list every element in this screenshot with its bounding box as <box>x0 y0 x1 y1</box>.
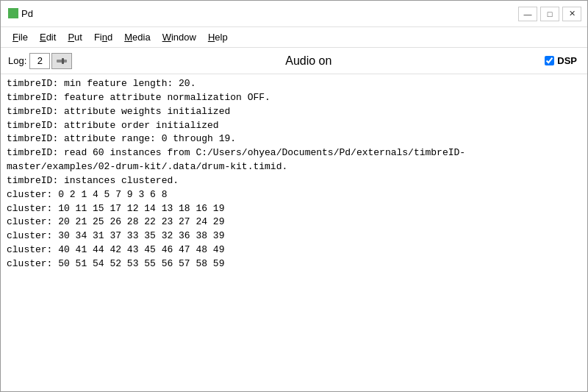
close-button[interactable]: ✕ <box>562 7 581 21</box>
menu-edit[interactable]: Edit <box>34 29 62 45</box>
menu-find[interactable]: Find <box>88 29 118 45</box>
log-line: cluster: 20 21 25 26 28 22 23 27 24 29 <box>7 215 573 229</box>
menu-window[interactable]: Window <box>157 29 202 45</box>
log-line: cluster: 30 34 31 37 33 35 32 36 38 39 <box>7 229 573 243</box>
main-window: Pd — □ ✕ File Edit Put Find Media Window… <box>0 0 588 392</box>
log-line: cluster: 10 11 15 17 12 14 13 18 16 19 <box>7 202 573 216</box>
log-line: cluster: 40 41 44 42 43 45 46 47 48 49 <box>7 243 573 257</box>
title-bar: Pd — □ ✕ <box>1 1 587 27</box>
dsp-label: DSP <box>557 55 577 66</box>
svg-rect-1 <box>62 58 64 64</box>
log-area: timbreID: min feature length: 20.timbreI… <box>1 74 587 391</box>
title-bar-controls: — □ ✕ <box>518 7 581 21</box>
audio-on-label: Audio on <box>72 54 545 68</box>
log-line: timbreID: feature attribute normalizatio… <box>7 91 573 105</box>
log-line: cluster: 0 2 1 4 5 7 9 3 6 8 <box>7 188 573 202</box>
log-slider-button[interactable] <box>51 53 72 69</box>
menu-help[interactable]: Help <box>202 29 234 45</box>
minimize-button[interactable]: — <box>518 7 537 21</box>
app-icon <box>7 7 21 21</box>
menu-media[interactable]: Media <box>118 29 156 45</box>
log-content[interactable]: timbreID: min feature length: 20.timbreI… <box>1 74 587 391</box>
slider-icon <box>56 57 68 65</box>
maximize-button[interactable]: □ <box>540 7 559 21</box>
menu-put[interactable]: Put <box>62 29 88 45</box>
log-line: master/examples/02-drum-kit/.data/drum-k… <box>7 160 573 174</box>
log-line: timbreID: attribute weights initialized <box>7 105 573 119</box>
log-line: timbreID: attribute range: 0 through 19. <box>7 132 573 146</box>
menu-bar: File Edit Put Find Media Window Help <box>1 27 587 48</box>
dsp-checkbox[interactable] <box>545 56 554 65</box>
log-line: timbreID: min feature length: 20. <box>7 77 573 91</box>
log-input[interactable] <box>29 53 50 69</box>
log-line: timbreID: attribute order initialized <box>7 119 573 133</box>
log-line: timbreID: read 60 instances from C:/User… <box>7 146 573 160</box>
log-label: Log: <box>8 55 26 66</box>
log-line: cluster: 50 51 54 52 53 55 56 57 58 59 <box>7 257 573 271</box>
window-title: Pd <box>21 8 33 19</box>
menu-file[interactable]: File <box>7 29 34 45</box>
toolbar: Log: Audio on DSP <box>1 48 587 74</box>
log-line: timbreID: instances clustered. <box>7 174 573 188</box>
dsp-area: DSP <box>545 55 577 66</box>
